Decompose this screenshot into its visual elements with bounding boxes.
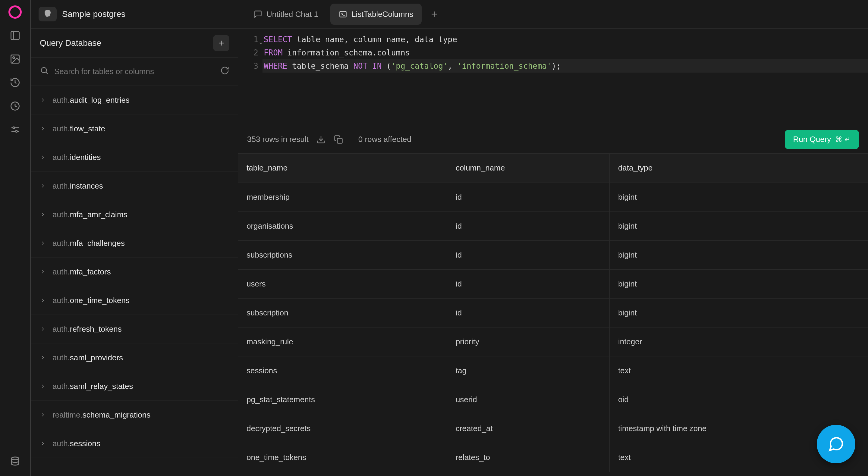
table-cell: oid	[610, 385, 868, 414]
main: Untitled Chat 1 ListTableColumns 1⌄ 2 3 …	[238, 0, 868, 476]
table-cell: subscription	[238, 298, 447, 327]
table-item[interactable]: auth.mfa_challenges	[31, 229, 238, 258]
table-item[interactable]: auth.saml_relay_states	[31, 372, 238, 401]
table-row[interactable]: masking_rulepriorityinteger	[238, 327, 868, 356]
table-name: mfa_factors	[70, 267, 111, 276]
table-name: saml_providers	[70, 353, 123, 362]
table-cell: priority	[447, 327, 610, 356]
chevron-right-icon	[40, 383, 47, 389]
chevron-right-icon	[40, 126, 47, 132]
table-cell: decrypted_secrets	[238, 414, 447, 443]
table-row[interactable]: decrypted_secretscreated_attimestamp wit…	[238, 414, 868, 443]
table-item[interactable]: auth.refresh_tokens	[31, 315, 238, 344]
table-item[interactable]: auth.identities	[31, 143, 238, 172]
column-header[interactable]: table_name	[238, 154, 447, 183]
tab-label: Untitled Chat 1	[267, 10, 318, 19]
table-name: instances	[70, 181, 103, 190]
svg-rect-19	[337, 138, 342, 143]
table-cell: id	[447, 212, 610, 241]
schema-prefix: auth.	[53, 95, 70, 104]
table-row[interactable]: subscriptionidbigint	[238, 298, 868, 327]
divider	[351, 133, 351, 146]
table-item[interactable]: auth.mfa_amr_claims	[31, 200, 238, 229]
download-icon[interactable]	[316, 134, 326, 145]
schema-prefix: auth.	[53, 239, 70, 248]
table-item[interactable]: auth.sessions	[31, 429, 238, 458]
table-item[interactable]: realtime.schema_migrations	[31, 401, 238, 429]
table-cell: bigint	[610, 212, 868, 241]
table-cell: sessions	[238, 356, 447, 385]
column-header[interactable]: data_type	[610, 154, 868, 183]
copy-icon[interactable]	[333, 134, 344, 145]
run-shortcut: ⌘ ↵	[835, 135, 850, 144]
settings-icon[interactable]	[8, 122, 22, 137]
table-cell: bigint	[610, 183, 868, 212]
search-input[interactable]	[54, 67, 215, 76]
table-row[interactable]: one_time_tokensrelates_totext	[238, 443, 868, 472]
schema-prefix: auth.	[53, 267, 70, 276]
image-icon[interactable]	[8, 52, 22, 66]
history-icon[interactable]	[8, 75, 22, 90]
tab-chat[interactable]: Untitled Chat 1	[245, 4, 327, 25]
table-cell: users	[238, 269, 447, 298]
chevron-right-icon	[40, 355, 47, 360]
table-name: saml_relay_states	[70, 382, 133, 391]
add-tab-button[interactable]	[425, 5, 443, 23]
schema-prefix: auth.	[53, 124, 70, 133]
table-cell: masking_rule	[238, 327, 447, 356]
schema-prefix: auth.	[53, 324, 70, 334]
chat-fab[interactable]	[817, 425, 855, 463]
postgres-icon[interactable]	[38, 7, 57, 21]
table-row[interactable]: subscriptionsidbigint	[238, 241, 868, 269]
schema-prefix: auth.	[53, 382, 70, 391]
table-name: refresh_tokens	[70, 324, 122, 334]
table-item[interactable]: auth.instances	[31, 172, 238, 200]
logo-icon[interactable]	[8, 5, 22, 19]
table-name: sessions	[70, 439, 100, 448]
panel-icon[interactable]	[8, 28, 22, 43]
table-row[interactable]: membershipidbigint	[238, 183, 868, 212]
sql-editor[interactable]: 1⌄ 2 3 SELECT table_name, column_name, d…	[238, 29, 868, 125]
table-row[interactable]: sessionstagtext	[238, 356, 868, 385]
affected-count: 0 rows affected	[358, 135, 411, 144]
table-item[interactable]: auth.saml_providers	[31, 344, 238, 372]
svg-point-9	[11, 457, 19, 460]
table-row[interactable]: usersidbigint	[238, 269, 868, 298]
table-cell: organisations	[238, 212, 447, 241]
chevron-right-icon	[40, 412, 47, 418]
tab-query[interactable]: ListTableColumns	[330, 4, 422, 25]
chevron-right-icon	[40, 326, 47, 332]
table-cell: id	[447, 183, 610, 212]
database-icon[interactable]	[8, 454, 22, 469]
table-item[interactable]: auth.one_time_tokens	[31, 286, 238, 315]
table-item[interactable]: auth.flow_state	[31, 115, 238, 143]
table-row[interactable]: organisationsidbigint	[238, 212, 868, 241]
tab-bar: Untitled Chat 1 ListTableColumns	[238, 0, 868, 29]
table-name: schema_migrations	[83, 410, 150, 419]
table-name: flow_state	[70, 124, 105, 133]
column-header[interactable]: column_name	[447, 154, 610, 183]
table-name: mfa_amr_claims	[70, 210, 127, 219]
table-item[interactable]: auth.mfa_factors	[31, 258, 238, 286]
run-query-button[interactable]: Run Query ⌘ ↵	[785, 130, 859, 149]
table-cell: id	[447, 241, 610, 269]
chevron-right-icon	[40, 154, 47, 160]
table-name: one_time_tokens	[70, 296, 130, 305]
tab-label: ListTableColumns	[351, 10, 413, 19]
svg-point-8	[16, 130, 17, 132]
chevron-right-icon	[40, 97, 47, 103]
table-row[interactable]: pg_stat_statementsuseridoid	[238, 385, 868, 414]
svg-point-7	[13, 127, 14, 129]
new-query-button[interactable]	[213, 35, 229, 51]
table-cell: bigint	[610, 241, 868, 269]
code-content: SELECT table_name, column_name, data_typ…	[264, 33, 868, 121]
table-item[interactable]: auth.audit_log_entries	[31, 86, 238, 115]
refresh-icon[interactable]	[220, 66, 229, 77]
clock-icon[interactable]	[8, 99, 22, 113]
table-cell: text	[610, 356, 868, 385]
chevron-right-icon	[40, 212, 47, 218]
table-cell: integer	[610, 327, 868, 356]
chevron-right-icon	[40, 297, 47, 304]
table-list: auth.audit_log_entriesauth.flow_stateaut…	[31, 86, 238, 476]
schema-prefix: auth.	[53, 439, 70, 448]
